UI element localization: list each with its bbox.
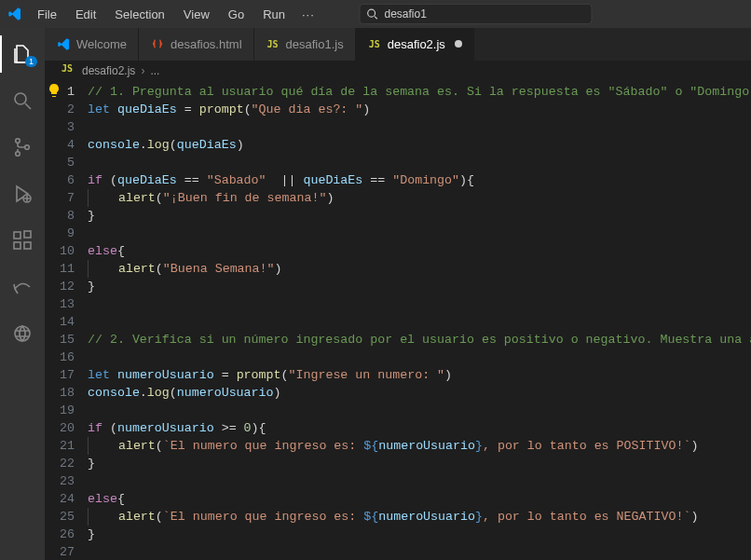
activity-live-preview[interactable] [0,315,45,352]
breadcrumb-trail: ... [150,64,159,77]
line-number: 13 [45,295,75,313]
breadcrumb[interactable]: JS desafio2.js › ... [45,61,751,81]
line-number: 27 [45,543,75,560]
code-line[interactable]: alert(`El numero que ingreso es: ${numer… [88,508,751,526]
code-line[interactable]: } [88,526,751,543]
vscode-logo-icon [7,7,22,21]
line-number: 18 [45,384,75,402]
line-number: 15 [45,331,75,348]
svg-rect-11 [24,231,31,238]
menu-run[interactable]: Run [255,4,293,25]
svg-line-3 [25,103,31,109]
tab-label: Welcome [76,37,127,51]
line-number: 20 [45,419,75,437]
tab-welcome[interactable]: Welcome [45,28,139,61]
tab-label: desafio2.js [388,37,445,51]
svg-point-5 [16,152,20,157]
code-line[interactable]: if (numeroUsuario >= 0){ [88,419,751,437]
line-number: 8 [45,207,75,225]
activity-bar: 1 [0,28,45,560]
code-line[interactable] [88,118,751,136]
code-line[interactable]: alert(`El numero que ingreso es: ${numer… [88,437,751,455]
code-line[interactable]: // 1. Pregunta al usuario qué día de la … [88,83,751,101]
menu-view[interactable]: View [176,4,217,25]
code-line[interactable] [88,543,751,560]
tab-desafio1-js[interactable]: JSdesafio1.js [254,28,356,61]
code-line[interactable]: // 2. Verifica si un número ingresado po… [88,331,751,348]
line-number: 17 [45,366,75,384]
code-editor[interactable]: 1234567891011121314151617181920212223242… [45,81,751,560]
code-line[interactable] [88,348,751,366]
menu-selection[interactable]: Selection [107,4,171,25]
dirty-indicator-icon [455,40,462,48]
line-number: 11 [45,260,75,278]
chevron-right-icon: › [141,64,144,77]
search-icon [366,7,379,20]
code-line[interactable]: console.log(numeroUsuario) [88,384,751,402]
menu-go[interactable]: Go [221,4,252,25]
line-number: 22 [45,455,75,472]
code-content[interactable]: // 1. Pregunta al usuario qué día de la … [88,81,751,560]
svg-rect-9 [14,242,20,249]
activity-run-debug[interactable] [0,175,45,212]
activity-live-share[interactable] [0,268,45,306]
code-line[interactable] [88,313,751,331]
line-number: 9 [45,225,75,242]
code-line[interactable]: } [88,207,751,225]
line-number: 10 [45,242,75,260]
code-line[interactable]: } [88,278,751,295]
line-number: 24 [45,490,75,508]
code-line[interactable]: if (queDiaEs == "Sabado" || queDiaEs == … [88,171,751,189]
line-number: 26 [45,526,75,543]
code-line[interactable] [88,154,751,171]
svg-line-1 [375,17,377,20]
line-number: 5 [45,154,75,171]
code-line[interactable]: let numeroUsuario = prompt("Ingrese un n… [88,366,751,384]
command-center-search[interactable]: desafio1 [360,4,593,24]
activity-explorer[interactable]: 1 [0,35,45,73]
line-number: 21 [45,437,75,455]
code-line[interactable]: else{ [88,490,751,508]
svg-point-2 [15,93,26,104]
tab-label: desafio1.js [286,37,344,51]
activity-extensions[interactable] [0,222,45,259]
lightbulb-icon[interactable] [47,83,61,98]
breadcrumb-file: desafio2.js [82,64,135,77]
html-file-icon [150,36,165,51]
line-number: 19 [45,402,75,419]
code-line[interactable] [88,225,751,242]
svg-point-6 [25,145,30,150]
code-line[interactable]: } [88,455,751,472]
svg-point-12 [15,326,30,341]
code-line[interactable] [88,472,751,490]
line-number: 16 [45,348,75,366]
code-line[interactable]: console.log(queDiaEs) [88,136,751,154]
line-number-gutter: 1234567891011121314151617181920212223242… [45,81,88,560]
menu-file[interactable]: File [30,4,64,25]
activity-source-control[interactable] [0,129,45,166]
title-bar: FileEditSelectionViewGoRun ··· desafio1 [0,0,751,28]
js-file-icon: JS [367,36,382,51]
line-number: 3 [45,118,75,136]
tab-desafios-html[interactable]: desafios.html [139,28,254,61]
line-number: 7 [45,189,75,207]
code-line[interactable]: else{ [88,242,751,260]
line-number: 2 [45,101,75,118]
code-line[interactable] [88,295,751,313]
line-number: 25 [45,508,75,526]
code-line[interactable]: alert("¡Buen fin de semana!") [88,189,751,207]
svg-rect-8 [14,232,20,239]
svg-point-4 [16,139,20,143]
editor-tabs: Welcomedesafios.htmlJSdesafio1.jsJSdesaf… [45,28,751,61]
menu-edit[interactable]: Edit [68,4,103,25]
menu-overflow[interactable]: ··· [296,4,321,25]
code-line[interactable] [88,402,751,419]
tab-desafio2-js[interactable]: JSdesafio2.js [356,28,474,61]
line-number: 14 [45,313,75,331]
line-number: 4 [45,136,75,154]
code-line[interactable]: let queDiaEs = prompt("Que dia es?: ") [88,101,751,118]
line-number: 23 [45,472,75,490]
code-line[interactable]: alert("Buena Semana!") [88,260,751,278]
tab-label: desafios.html [171,37,242,51]
activity-search[interactable] [0,82,45,119]
